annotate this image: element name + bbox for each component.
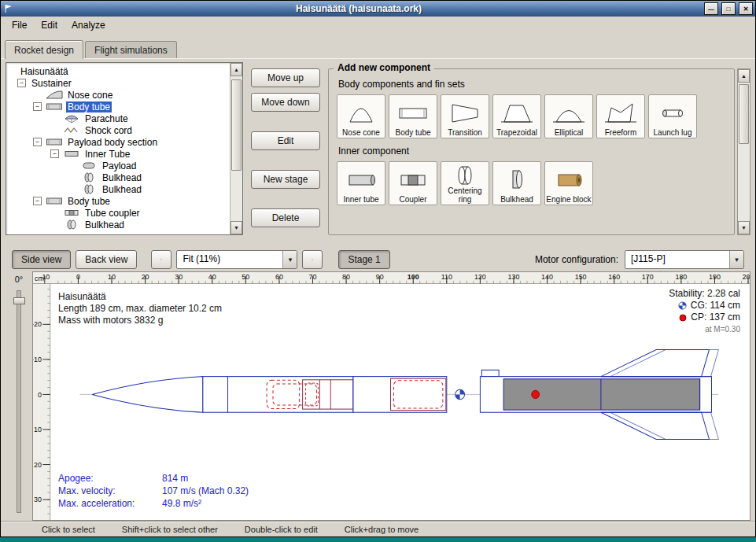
launch-lug-icon xyxy=(655,101,690,124)
new-stage-button[interactable]: New stage xyxy=(251,170,320,189)
add-elliptical-fin-button[interactable]: Elliptical xyxy=(544,94,593,138)
motor-configuration-select[interactable]: [J115-P] ▾ xyxy=(625,250,744,269)
body-tube-icon xyxy=(46,196,63,206)
svg-text:0: 0 xyxy=(38,390,42,398)
tree-scrollbar[interactable]: ▲ ▼ xyxy=(230,63,242,234)
scroll-up-icon[interactable]: ▲ xyxy=(230,63,242,76)
tab-flight-simulations[interactable]: Flight simulations xyxy=(85,41,177,58)
move-up-button[interactable]: Move up xyxy=(251,68,320,87)
add-panel-scrollbar[interactable]: ▲ ▼ xyxy=(737,68,750,235)
nose-cone-icon xyxy=(46,90,63,100)
svg-text:70: 70 xyxy=(309,273,317,281)
close-button[interactable]: ✕ xyxy=(739,2,753,15)
menu-file[interactable]: File xyxy=(6,17,33,33)
tree-row[interactable]: − Sustainer xyxy=(6,77,230,89)
scroll-up-icon[interactable]: ▲ xyxy=(738,69,750,83)
tree-row[interactable]: Bulkhead xyxy=(6,183,230,195)
payload-body-section-shape[interactable] xyxy=(353,377,447,413)
zoom-out-button[interactable] xyxy=(302,250,323,269)
tree-row[interactable]: Bulkhead xyxy=(6,219,230,230)
menu-analyze[interactable]: Analyze xyxy=(65,17,112,33)
tab-rocket-design[interactable]: Rocket design xyxy=(5,40,83,59)
svg-text:170: 170 xyxy=(642,273,654,281)
tree-row[interactable]: Haisunäätä xyxy=(6,65,230,77)
move-down-button[interactable]: Move down xyxy=(251,93,320,112)
add-body-tube-button[interactable]: Body tube xyxy=(389,94,437,138)
bulkhead-icon xyxy=(80,184,98,194)
tree-row[interactable]: − Inner Tube xyxy=(6,148,230,160)
add-engine-block-button[interactable]: Engine block xyxy=(544,161,593,205)
rocket-mass: Mass with motors 3832 g xyxy=(58,315,222,326)
scroll-down-icon[interactable]: ▼ xyxy=(230,221,242,234)
shock-cord-icon xyxy=(63,125,80,135)
app-logo-icon xyxy=(4,4,13,13)
svg-text:20: 20 xyxy=(142,273,149,281)
collapse-icon[interactable]: − xyxy=(33,138,42,146)
tree-row[interactable]: Parachute xyxy=(6,112,230,124)
component-tree-panel: Haisunäätä − Sustainer Nose cone − xyxy=(6,62,243,235)
back-view-button[interactable]: Back view xyxy=(76,250,137,269)
tree-row[interactable]: Payload xyxy=(6,160,230,171)
zoom-in-button[interactable] xyxy=(151,250,171,269)
inner-tube-shape-icon xyxy=(344,168,378,191)
tree-row[interactable]: Shock cord xyxy=(6,124,230,136)
add-bulkhead-button[interactable]: Bulkhead xyxy=(492,161,541,205)
title-bar[interactable]: Haisunäätä (haisunaata.ork) — □ ✕ xyxy=(1,1,755,17)
tree-row[interactable]: Bulkhead xyxy=(6,171,230,183)
svg-text:80: 80 xyxy=(342,273,350,281)
scroll-down-icon[interactable]: ▼ xyxy=(738,221,750,234)
tree-row[interactable]: − Payload body section xyxy=(6,136,230,148)
vertical-ruler xyxy=(33,284,50,520)
collapse-icon[interactable]: − xyxy=(33,197,42,205)
add-centering-ring-button[interactable]: Centering ring xyxy=(441,161,489,205)
add-transition-button[interactable]: Transition xyxy=(441,94,489,138)
svg-text:60: 60 xyxy=(275,273,283,281)
side-view-button[interactable]: Side view xyxy=(12,250,71,269)
rotation-slider[interactable] xyxy=(17,290,21,513)
tree-item-label: Parachute xyxy=(83,113,130,124)
cg-value: CG: 114 cm xyxy=(691,300,740,312)
tree-row[interactable]: − Body tube xyxy=(6,195,230,207)
scrollbar-thumb[interactable] xyxy=(231,79,242,171)
hint-double-click: Double-click to edit xyxy=(245,525,318,534)
add-coupler-button[interactable]: Coupler xyxy=(389,161,437,205)
scrollbar-thumb[interactable] xyxy=(739,84,749,144)
stage-1-toggle[interactable]: Stage 1 xyxy=(338,250,389,269)
add-component-title: Add new component xyxy=(334,62,434,73)
svg-text:100: 100 xyxy=(408,273,419,281)
add-launch-lug-button[interactable]: Launch lug xyxy=(648,94,697,138)
collapse-icon[interactable]: − xyxy=(50,149,59,158)
collapse-icon[interactable]: − xyxy=(33,102,42,111)
add-freeform-fin-button[interactable]: Freeform xyxy=(596,94,645,138)
rocket-diagram-area: 0° xyxy=(6,271,750,521)
collapse-icon[interactable]: − xyxy=(17,79,26,87)
rotation-slider-handle[interactable] xyxy=(13,297,25,304)
maximize-button[interactable]: □ xyxy=(721,2,736,15)
trapezoidal-fin-icon xyxy=(500,101,534,124)
tree-row[interactable]: Tube coupler xyxy=(6,207,230,219)
component-tree[interactable]: Haisunäätä − Sustainer Nose cone − xyxy=(6,63,230,234)
add-trapezoidal-fin-button[interactable]: Trapezoidal xyxy=(492,94,541,138)
minimize-button[interactable]: — xyxy=(704,2,718,15)
add-nose-cone-button[interactable]: Nose cone xyxy=(337,94,385,138)
svg-text:0: 0 xyxy=(76,273,80,281)
bulkhead-icon xyxy=(80,172,98,183)
menu-edit[interactable]: Edit xyxy=(35,17,64,33)
tree-item-label: Sustainer xyxy=(30,78,73,89)
chevron-down-icon[interactable]: ▾ xyxy=(282,251,297,268)
edit-button[interactable]: Edit xyxy=(251,131,320,150)
delete-button[interactable]: Delete xyxy=(251,208,320,227)
chevron-down-icon[interactable]: ▾ xyxy=(729,251,743,268)
svg-text:40: 40 xyxy=(208,273,216,281)
cp-marker xyxy=(532,390,540,398)
add-inner-tube-button[interactable]: Inner tube xyxy=(337,161,385,205)
tree-row[interactable]: − Body tube xyxy=(6,101,230,112)
svg-text:110: 110 xyxy=(441,273,452,281)
rocket-canvas[interactable]: -100102030405060708090100110120130140150… xyxy=(32,271,750,521)
tube-coupler-icon xyxy=(63,208,80,218)
zoom-level-select[interactable]: Fit (11%) ▾ xyxy=(176,250,297,269)
tree-row[interactable]: Nose cone xyxy=(6,89,230,101)
window-menu-icon[interactable] xyxy=(3,4,13,14)
svg-text:180: 180 xyxy=(675,273,687,281)
launch-lug-shape[interactable] xyxy=(481,370,499,376)
